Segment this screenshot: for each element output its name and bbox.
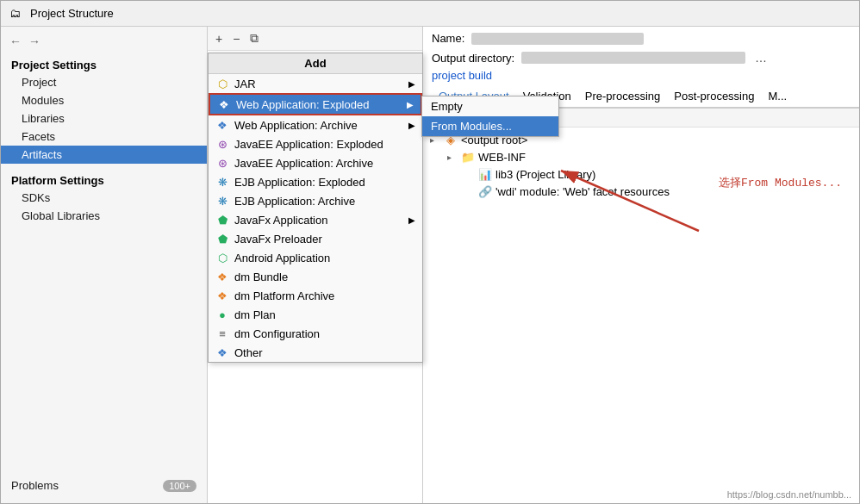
project-settings-title: Project Settings [1, 55, 207, 73]
submenu-arrow-icon: ▶ [408, 79, 415, 89]
forward-arrow[interactable]: → [27, 34, 42, 48]
submenu-from-modules[interactable]: From Modules... [422, 116, 558, 136]
submenu-arrow-icon-3: ▶ [408, 121, 415, 130]
platform-settings-title: Platform Settings [1, 171, 207, 189]
dropdown-dm-bundle[interactable]: ❖ dm Bundle [209, 267, 422, 286]
tab-more[interactable]: M... [761, 87, 794, 107]
sidebar-item-artifacts[interactable]: Artifacts [1, 146, 207, 164]
dropdown-jar[interactable]: ⬡ JAR ▶ [209, 74, 422, 93]
submenu-arrow-fx: ▶ [408, 215, 415, 225]
problems-badge: 100+ [163, 480, 196, 492]
dropdown-other[interactable]: ❖ Other [209, 343, 422, 362]
dropdown-dm-plan[interactable]: ● dm Plan [209, 305, 422, 324]
fx-icon: ⬟ [215, 213, 229, 227]
dropdown-ejb-archive[interactable]: ❋ EJB Application: Archive [209, 191, 422, 210]
sidebar-item-project[interactable]: Project [1, 73, 207, 91]
sidebar-item-global-libraries[interactable]: Global Libraries [1, 207, 207, 225]
nav-arrows: ← → [1, 31, 207, 52]
submenu-arrow-icon-2: ▶ [407, 100, 414, 109]
sidebar-item-libraries[interactable]: Libraries [1, 109, 207, 128]
include-in-build-row: project build [423, 67, 859, 84]
problems-label: Problems [11, 479, 59, 492]
config-icon: ≡ [215, 327, 229, 340]
dropdown-javaee-archive[interactable]: ⊛ JavaEE Application: Archive [209, 153, 422, 172]
output-dir-label: Output directory: [432, 52, 514, 65]
dm-bundle-icon: ❖ [215, 270, 229, 283]
fx-preloader-icon: ⬟ [215, 232, 229, 246]
tab-pre-processing[interactable]: Pre-processing [578, 87, 667, 107]
dropdown-dm-platform[interactable]: ❖ dm Platform Archive [209, 286, 422, 305]
sidebar-item-modules[interactable]: Modules [1, 91, 207, 109]
annotation-text: 选择From Modules... [719, 175, 842, 190]
output-dir-input[interactable] [521, 52, 745, 64]
sidebar-item-facets[interactable]: Facets [1, 128, 207, 146]
dropdown-javaee-exploded[interactable]: ⊛ JavaEE Application: Exploded [209, 134, 422, 153]
include-link[interactable]: project build [432, 69, 492, 82]
tab-post-processing[interactable]: Post-processing [667, 87, 761, 107]
war-icon: ❖ [215, 118, 229, 132]
name-row: Name: [423, 27, 859, 48]
exploded-submenu: Empty From Modules... [421, 96, 559, 137]
window-icon: 🗂 [9, 7, 23, 21]
jar-icon: ⬡ [215, 77, 229, 90]
ear-icon: ⊛ [215, 156, 229, 170]
ejb-exploded-icon: ❋ [215, 175, 229, 189]
name-input[interactable] [471, 33, 644, 45]
dropdown-web-archive[interactable]: ❖ Web Application: Archive ▶ [209, 115, 422, 134]
war-exploded-icon: ❖ [217, 97, 231, 111]
dropdown-javafx-preloader[interactable]: ⬟ JavaFx Preloader [209, 229, 422, 248]
output-area: 📁 ⊞ + − ↕ ▲ ▼ ▸ ◈ <output root> ▸ [423, 109, 859, 503]
middle-toolbar: + − ⧉ [208, 27, 422, 51]
submenu-empty[interactable]: Empty [422, 96, 558, 116]
toggle-webinf: ▸ [447, 152, 458, 162]
middle-panel: + − ⧉ Add ⬡ JAR ▶ ❖ Web Application: Exp… [208, 27, 423, 503]
name-label: Name: [432, 32, 464, 45]
output-tree: ▸ ◈ <output root> ▸ 📁 WEB-INF 📊 lib3 (Pr… [423, 128, 859, 503]
add-button[interactable]: + [213, 31, 225, 47]
resource-icon: 🔗 [478, 184, 492, 198]
dm-platform-icon: ❖ [215, 289, 229, 302]
problems-section: Problems 100+ [1, 462, 207, 495]
dropdown-dm-config[interactable]: ≡ dm Configuration [209, 324, 422, 343]
back-arrow[interactable]: ← [8, 34, 23, 48]
dropdown-android[interactable]: ⬡ Android Application [209, 248, 422, 267]
dropdown-header: Add [209, 53, 422, 74]
add-dropdown: Add ⬡ JAR ▶ ❖ Web Application: Exploded … [208, 53, 423, 363]
sidebar-item-sdks[interactable]: SDKs [1, 189, 207, 207]
title-bar: 🗂 Project Structure [1, 1, 859, 27]
folder-icon: 📁 [461, 150, 475, 164]
lib-icon: 📊 [478, 167, 492, 181]
window-title: Project Structure [30, 7, 114, 20]
remove-button[interactable]: − [230, 31, 242, 47]
ear-exploded-icon: ⊛ [215, 137, 229, 151]
plan-icon: ● [215, 308, 229, 321]
sidebar: ← → Project Settings Project Modules Lib… [1, 27, 208, 503]
project-structure-window: 🗂 Project Structure ← → Project Settings… [0, 0, 860, 504]
other-icon: ❖ [215, 345, 229, 359]
output-dir-row: Output directory: … [423, 48, 859, 67]
android-icon: ⬡ [215, 251, 229, 264]
copy-button[interactable]: ⧉ [247, 30, 261, 47]
dropdown-ejb-exploded[interactable]: ❋ EJB Application: Exploded [209, 172, 422, 191]
ejb-icon: ❋ [215, 194, 229, 208]
browse-dir-button[interactable]: … [752, 50, 770, 65]
tree-webinf[interactable]: ▸ 📁 WEB-INF [430, 148, 852, 165]
content-area: ← → Project Settings Project Modules Lib… [1, 27, 859, 503]
url-watermark: https://blog.csdn.net/numbb... [727, 489, 851, 500]
dropdown-web-exploded[interactable]: ❖ Web Application: Exploded ▶ [209, 93, 422, 115]
dropdown-javafx[interactable]: ⬟ JavaFx Application ▶ [209, 210, 422, 229]
